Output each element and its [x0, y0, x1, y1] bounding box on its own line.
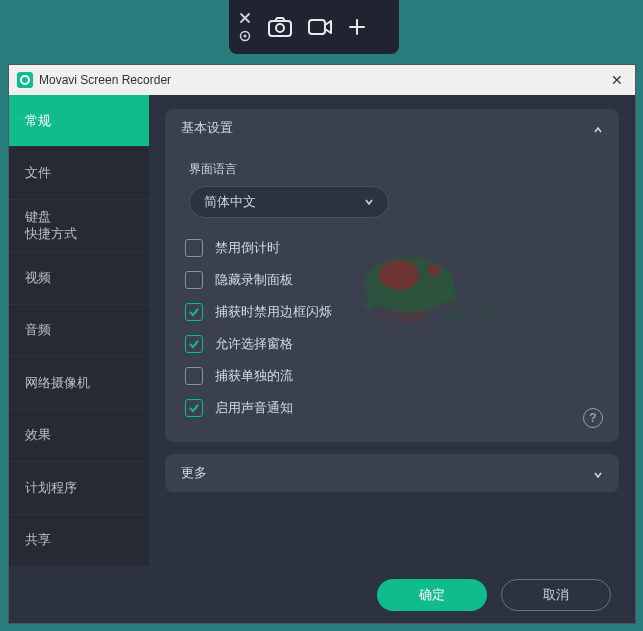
check-label: 禁用倒计时: [215, 239, 280, 257]
panel-more: 更多: [165, 454, 619, 492]
language-select[interactable]: 简体中文: [189, 186, 389, 218]
panel-basic-body: 界面语言 简体中文 禁用倒计时 隐藏录制面板: [165, 147, 619, 442]
check-label: 允许选择窗格: [215, 335, 293, 353]
plus-icon[interactable]: [347, 17, 367, 37]
sidebar-item-keyboard[interactable]: 键盘 快捷方式: [9, 200, 149, 252]
ok-button[interactable]: 确定: [377, 579, 487, 611]
dialog-footer: 确定 取消: [9, 567, 635, 623]
settings-content: 小刀娱乐 乐于分享 基本设置 界面语言 简体中文 禁用倒计时: [149, 95, 635, 567]
check-sound-notification[interactable]: 启用声音通知: [185, 392, 599, 424]
check-disable-border-flash[interactable]: 捕获时禁用边框闪烁: [185, 296, 599, 328]
sidebar-item-label: 网络摄像机: [25, 374, 90, 392]
sidebar-item-label: 计划程序: [25, 479, 77, 497]
settings-sidebar: 常规 文件 键盘 快捷方式 视频 音频 网络摄像机 效果 计划程序 共享: [9, 95, 149, 567]
sidebar-item-label: 效果: [25, 426, 51, 444]
titlebar: Movavi Screen Recorder ✕: [9, 65, 635, 95]
window-close-button[interactable]: ✕: [607, 72, 627, 88]
sidebar-item-video[interactable]: 视频: [9, 252, 149, 304]
sidebar-item-file[interactable]: 文件: [9, 147, 149, 199]
checkbox[interactable]: [185, 399, 203, 417]
checkbox[interactable]: [185, 335, 203, 353]
panel-basic-header[interactable]: 基本设置: [165, 109, 619, 147]
panel-basic: 基本设置 界面语言 简体中文 禁用倒计时 隐藏录制面板: [165, 109, 619, 442]
panel-title: 更多: [181, 464, 207, 482]
language-label: 界面语言: [189, 161, 599, 178]
chevron-down-icon: [593, 468, 603, 478]
svg-point-1: [244, 35, 247, 38]
check-label: 隐藏录制面板: [215, 271, 293, 289]
sidebar-item-label: 常规: [25, 112, 51, 130]
sidebar-item-label: 共享: [25, 531, 51, 549]
checkbox[interactable]: [185, 367, 203, 385]
svg-point-3: [276, 24, 284, 32]
check-separate-streams[interactable]: 捕获单独的流: [185, 360, 599, 392]
settings-dialog: Movavi Screen Recorder ✕ 常规 文件 键盘 快捷方式 视…: [8, 64, 636, 624]
check-allow-window-select[interactable]: 允许选择窗格: [185, 328, 599, 360]
sidebar-item-general[interactable]: 常规: [9, 95, 149, 147]
sidebar-item-scheduler[interactable]: 计划程序: [9, 462, 149, 514]
cancel-button[interactable]: 取消: [501, 579, 611, 611]
sidebar-item-label: 视频: [25, 269, 51, 287]
close-icon[interactable]: [239, 12, 251, 24]
panel-title: 基本设置: [181, 119, 233, 137]
check-label: 捕获时禁用边框闪烁: [215, 303, 332, 321]
sidebar-item-effects[interactable]: 效果: [9, 410, 149, 462]
gear-icon[interactable]: [239, 30, 251, 42]
dialog-body: 常规 文件 键盘 快捷方式 视频 音频 网络摄像机 效果 计划程序 共享 小刀娱…: [9, 95, 635, 567]
video-icon[interactable]: [307, 16, 333, 38]
check-hide-panel[interactable]: 隐藏录制面板: [185, 264, 599, 296]
help-icon[interactable]: ?: [583, 408, 603, 428]
svg-rect-4: [309, 20, 325, 34]
check-disable-countdown[interactable]: 禁用倒计时: [185, 232, 599, 264]
chevron-up-icon: [593, 123, 603, 133]
sidebar-item-label: 键盘 快捷方式: [25, 209, 77, 243]
toolbar-actions: [261, 16, 367, 38]
app-toolbar: [229, 0, 399, 54]
window-title: Movavi Screen Recorder: [39, 73, 171, 87]
check-label: 启用声音通知: [215, 399, 293, 417]
check-label: 捕获单独的流: [215, 367, 293, 385]
sidebar-item-audio[interactable]: 音频: [9, 305, 149, 357]
checkbox[interactable]: [185, 303, 203, 321]
toolbar-controls: [229, 12, 261, 42]
language-value: 简体中文: [204, 193, 256, 211]
checkbox[interactable]: [185, 271, 203, 289]
camera-icon[interactable]: [267, 16, 293, 38]
sidebar-item-label: 音频: [25, 321, 51, 339]
app-icon: [17, 72, 33, 88]
sidebar-item-label: 文件: [25, 164, 51, 182]
chevron-down-icon: [364, 195, 374, 210]
sidebar-item-share[interactable]: 共享: [9, 515, 149, 567]
checkbox[interactable]: [185, 239, 203, 257]
panel-more-header[interactable]: 更多: [165, 454, 619, 492]
sidebar-item-webcam[interactable]: 网络摄像机: [9, 357, 149, 409]
